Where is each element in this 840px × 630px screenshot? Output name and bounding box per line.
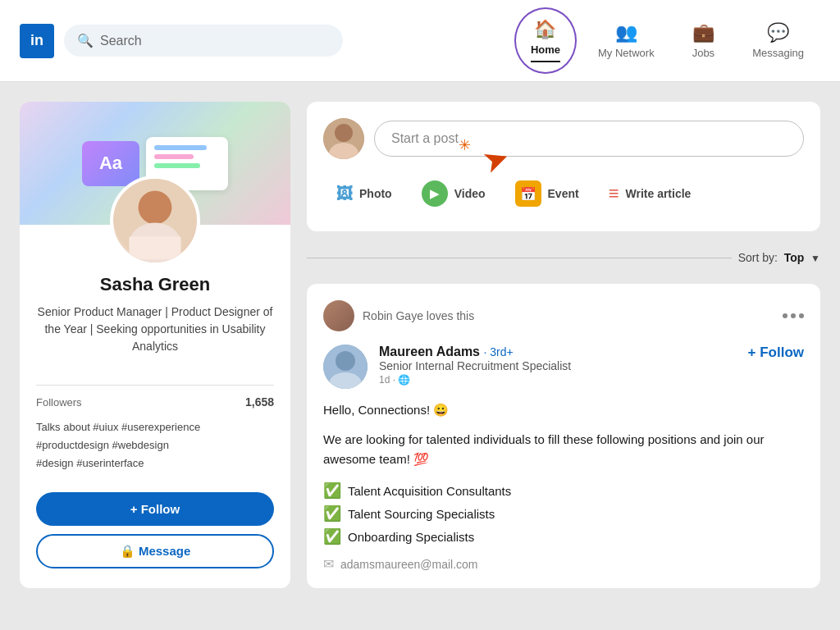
photo-label: Photo [359,187,392,200]
video-action[interactable]: ▶ Video [409,172,499,215]
main-content: Aa [0,82,840,608]
dot-1 [783,313,788,318]
post-card: Robin Gaye loves this [307,284,820,588]
sort-label[interactable]: Sort by: Top ▼ [738,251,820,264]
profile-title: Senior Product Manager | Product Designe… [36,304,274,355]
dot-3 [799,313,804,318]
post-list: ✅ Talent Acquisition Consultants ✅ Talen… [323,479,804,548]
search-icon: 🔍 [77,33,94,48]
jobs-icon: 💼 [692,22,714,43]
nav-item-jobs[interactable]: 💼 Jobs [676,16,731,66]
list-item-3: ✅ Onboarding Specialists [323,525,804,548]
banner-line-2 [154,154,194,159]
list-item-2-text: Talent Sourcing Specialists [348,507,495,521]
followers-section: Followers 1,658 [20,386,290,418]
author-avatar [323,345,368,389]
list-item-1: ✅ Talent Acquisition Consultants [323,479,804,502]
video-label: Video [454,187,486,200]
followers-count: 1,658 [245,395,274,409]
post-intro: We are looking for talented individuals … [323,430,804,469]
nav-item-home[interactable]: 🏠 Home [514,7,577,74]
activity-avatar [323,300,354,331]
activity-text: Robin Gaye loves this [363,309,474,322]
author-degree: · 3rd+ [483,345,513,358]
post-greeting: Hello, Connections! 😀 [323,400,804,420]
nav-label-network: My Network [598,47,655,59]
messaging-icon: 💬 [767,22,789,43]
author-avatar-svg [323,345,368,389]
post-follow-button[interactable]: + Follow [748,345,804,361]
author-meta: 1d · 🌐 [379,374,737,386]
home-icon: 🏠 [534,19,556,40]
article-label: Write article [626,187,692,200]
svg-point-1 [139,191,172,225]
author-name: Maureen Adams [379,345,480,358]
event-icon: 📅 [515,180,541,207]
event-label: Event [548,187,579,200]
checkbox-icon-1: ✅ [323,482,341,500]
article-icon: ≡ [609,183,619,204]
email-row: ✉ adamsmaureen@mail.com [323,556,804,572]
banner-line-1 [154,145,207,150]
author-title: Senior Internal Recruitment Specialist [379,359,737,372]
linkedin-logo[interactable]: in [20,24,54,58]
author-info: Maureen Adams · 3rd+ Senior Internal Rec… [379,345,737,386]
list-item-1-text: Talent Acquisition Consultants [348,484,511,498]
composer-avatar [323,118,364,159]
email-address: adamsmaureen@mail.com [340,558,478,571]
followers-label: Followers [36,396,82,409]
nav-underline-home [531,61,560,62]
profile-avatar-container [110,176,200,266]
network-icon: 👥 [615,22,637,43]
svg-point-5 [335,124,353,142]
author-name-row: Maureen Adams · 3rd+ [379,345,737,359]
profile-card: Aa [20,102,290,588]
dot-2 [791,313,796,318]
nav-label-messaging: Messaging [752,47,804,59]
search-bar[interactable]: 🔍 Search [64,25,343,57]
follow-button[interactable]: + Follow [36,492,274,526]
list-item-3-text: Onboarding Specialists [348,530,474,544]
search-text: Search [100,34,142,48]
right-panel: Start a post ✳ ➤ 🖼 Photo ▶ Video [307,102,820,588]
event-action[interactable]: 📅 Event [502,172,592,215]
sort-bar: Sort by: Top ▼ [307,244,820,271]
post-author-row: Maureen Adams · 3rd+ Senior Internal Rec… [323,345,804,389]
message-button[interactable]: 🔒 Message [36,534,274,568]
profile-avatar [110,176,200,266]
sort-text: Sort by: [738,251,778,264]
banner-line-3 [154,163,200,168]
composer-actions: 🖼 Photo ▶ Video 📅 Event ≡ Write article [323,172,804,215]
svg-rect-3 [129,236,180,259]
post-activity: Robin Gaye loves this [323,300,804,331]
profile-banner: Aa [20,102,290,225]
checkbox-icon-3: ✅ [323,527,341,546]
avatar-svg [113,176,197,262]
post-composer: Start a post ✳ ➤ 🖼 Photo ▶ Video [307,102,820,231]
action-buttons: + Follow 🔒 Message [20,486,290,585]
checkbox-icon-2: ✅ [323,504,341,523]
email-icon: ✉ [323,556,334,572]
nav-bar: 🏠 Home 👥 My Network 💼 Jobs 💬 Messaging [514,7,820,74]
nav-label-home: Home [531,43,560,56]
nav-label-jobs: Jobs [692,47,714,59]
profile-name: Sasha Green [36,274,274,295]
article-action[interactable]: ≡ Write article [596,172,705,215]
post-more-button[interactable] [783,313,804,318]
list-item-2: ✅ Talent Sourcing Specialists [323,502,804,525]
composer-avatar-svg [323,118,364,159]
header: in 🔍 Search 🏠 Home 👥 My Network 💼 Jobs 💬… [0,0,840,82]
photo-action[interactable]: 🖼 Photo [323,172,405,215]
nav-item-messaging[interactable]: 💬 Messaging [736,16,820,66]
sort-value: Top [784,251,805,264]
sort-line [307,258,732,258]
sort-chevron-icon: ▼ [810,253,820,264]
video-icon: ▶ [422,180,448,207]
hashtags: Talks about #uiux #userexperience #produ… [20,418,290,486]
nav-item-network[interactable]: 👥 My Network [582,16,671,66]
start-post-input[interactable]: Start a post [374,121,804,157]
composer-top: Start a post ✳ ➤ [323,118,804,159]
svg-point-8 [336,351,355,371]
photo-icon: 🖼 [336,185,353,203]
